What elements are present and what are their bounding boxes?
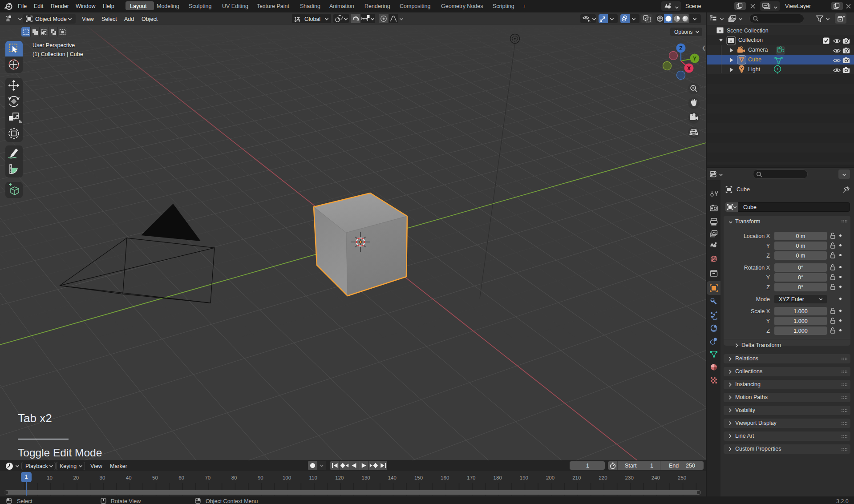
svg-text:X: X bbox=[687, 65, 691, 72]
svg-text:Y: Y bbox=[693, 56, 696, 62]
svg-text:Z: Z bbox=[679, 45, 682, 52]
